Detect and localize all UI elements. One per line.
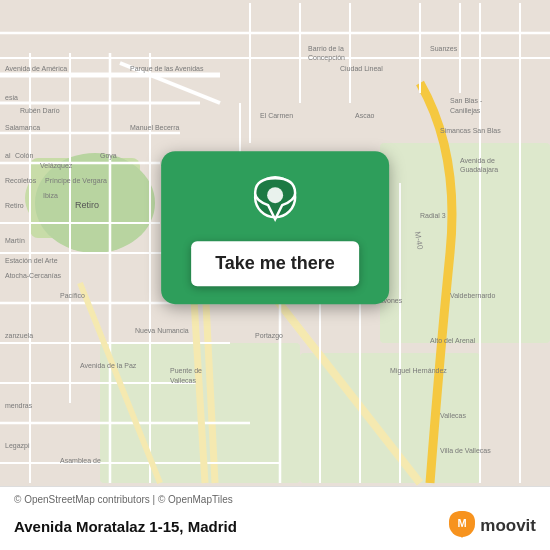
svg-text:Vallecas: Vallecas [170, 377, 196, 384]
app: Retiro [0, 0, 550, 550]
svg-text:Asamblea de: Asamblea de [60, 457, 101, 464]
map-container: Retiro [0, 0, 550, 486]
svg-text:Radial 3: Radial 3 [420, 212, 446, 219]
svg-text:Retiro: Retiro [5, 202, 24, 209]
location-label: Avenida Moratalaz 1-15, Madrid [14, 518, 237, 535]
svg-text:Suanzes: Suanzes [430, 45, 458, 52]
svg-text:Legazpi: Legazpi [5, 442, 30, 450]
svg-text:Puente de: Puente de [170, 367, 202, 374]
svg-text:Retiro: Retiro [75, 200, 99, 210]
take-me-there-button[interactable]: Take me there [191, 241, 359, 286]
svg-text:El Carmen: El Carmen [260, 112, 293, 119]
svg-text:Manuel Becerra: Manuel Becerra [130, 124, 180, 131]
svg-text:Rubén Darío: Rubén Darío [20, 107, 60, 114]
svg-text:Concepción: Concepción [308, 54, 345, 62]
moovit-icon: M [448, 510, 476, 542]
svg-text:Avenida de América: Avenida de América [5, 65, 67, 72]
svg-text:Miguel Hernández: Miguel Hernández [390, 367, 447, 375]
svg-text:Ascao: Ascao [355, 112, 375, 119]
svg-text:Ibiza: Ibiza [43, 192, 58, 199]
svg-text:M: M [458, 517, 467, 529]
map-attribution: © OpenStreetMap contributors | © OpenMap… [14, 494, 536, 505]
svg-text:Villa de Vallecas: Villa de Vallecas [440, 447, 491, 454]
svg-text:Recoletos: Recoletos [5, 177, 37, 184]
svg-text:Canillejas: Canillejas [450, 107, 481, 115]
svg-text:Ciudad Lineal: Ciudad Lineal [340, 65, 383, 72]
svg-text:al: al [5, 152, 11, 159]
svg-rect-5 [380, 143, 550, 343]
svg-text:Salamanca: Salamanca [5, 124, 40, 131]
svg-text:Nueva Numancia: Nueva Numancia [135, 327, 189, 334]
moovit-logo: M moovit [448, 510, 536, 542]
svg-text:Avenida de: Avenida de [460, 157, 495, 164]
svg-text:Príncipe de Vergara: Príncipe de Vergara [45, 177, 107, 185]
svg-text:zanzuela: zanzuela [5, 332, 33, 339]
svg-point-97 [267, 187, 283, 203]
svg-text:Alto del Arenal: Alto del Arenal [430, 337, 476, 344]
svg-text:Goya: Goya [100, 152, 117, 160]
svg-text:Portazgo: Portazgo [255, 332, 283, 340]
svg-text:Barrio de la: Barrio de la [308, 45, 344, 52]
svg-text:Simancas  San Blas: Simancas San Blas [440, 127, 501, 134]
button-overlay: Take me there [161, 151, 389, 304]
svg-text:Parque de las Avenidas: Parque de las Avenidas [130, 65, 204, 73]
svg-text:mendras: mendras [5, 402, 33, 409]
svg-text:Velázquez: Velázquez [40, 162, 73, 170]
svg-text:San Blas -: San Blas - [450, 97, 483, 104]
footer: © OpenStreetMap contributors | © OpenMap… [0, 486, 550, 550]
svg-text:Vallecas: Vallecas [440, 412, 466, 419]
location-pin-icon [253, 175, 297, 229]
svg-text:Martín: Martín [5, 237, 25, 244]
svg-text:esia: esia [5, 94, 18, 101]
svg-text:Valdebernardo: Valdebernardo [450, 292, 496, 299]
svg-text:Estación del Arte: Estación del Arte [5, 257, 58, 264]
svg-text:Pacífico: Pacífico [60, 292, 85, 299]
svg-text:Avenida de la Paz: Avenida de la Paz [80, 362, 137, 369]
svg-text:Colón: Colón [15, 152, 33, 159]
svg-text:Atocha-Cercanías: Atocha-Cercanías [5, 272, 62, 279]
moovit-brand-text: moovit [480, 516, 536, 536]
svg-text:Guadalajara: Guadalajara [460, 166, 498, 174]
